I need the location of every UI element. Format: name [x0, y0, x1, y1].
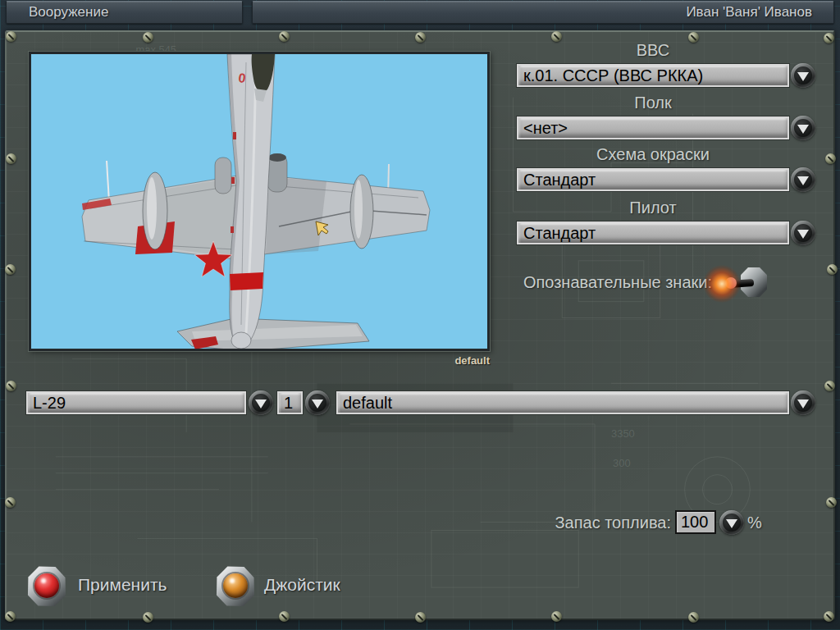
joystick-label: Джойстик	[264, 575, 340, 595]
screw-icon	[825, 153, 836, 164]
screw-icon	[415, 32, 426, 43]
fuel-input[interactable]: 100	[675, 510, 716, 534]
screw-icon	[551, 611, 562, 622]
screw-icon	[415, 612, 426, 623]
screw-icon	[826, 497, 837, 508]
chevron-down-icon	[726, 519, 737, 528]
screen-title: Вооружение	[29, 4, 108, 20]
aircraft-select[interactable]: L-29	[26, 391, 246, 414]
screw-icon	[824, 381, 835, 391]
regiment-dropdown-button[interactable]	[791, 116, 815, 140]
chevron-down-icon	[797, 72, 809, 81]
screw-icon	[279, 31, 290, 42]
screw-icon	[688, 612, 699, 623]
screw-icon	[5, 497, 16, 508]
air-force-label: ВВС	[517, 41, 789, 60]
screw-icon	[827, 264, 838, 275]
fuel-unit: %	[747, 514, 762, 532]
screw-icon	[143, 32, 153, 43]
skin-caption: default	[328, 354, 490, 367]
pilot-select[interactable]: Стандарт	[517, 221, 789, 244]
screw-icon	[143, 612, 153, 623]
texture-mark: 300	[613, 457, 631, 469]
screw-icon	[6, 153, 16, 164]
skin-select[interactable]: default	[336, 391, 789, 414]
amber-button-icon	[223, 573, 248, 598]
regiment-select[interactable]: <нет>	[517, 116, 789, 139]
button-highlight	[41, 578, 46, 583]
pilot-dropdown-button[interactable]	[791, 221, 815, 245]
screw-icon	[5, 264, 16, 275]
player-name: Иван 'Ваня' Иванов	[686, 4, 812, 20]
air-force-select[interactable]: к.01. СССР (ВВС РККА)	[517, 64, 789, 87]
apply-label: Применить	[78, 575, 167, 595]
paint-scheme-label: Схема окраски	[517, 145, 789, 164]
screen-title-tab: Вооружение	[6, 1, 243, 24]
skin-dropdown-button[interactable]	[791, 390, 815, 415]
fuel-label: Запас топлива:	[517, 514, 671, 532]
screw-icon	[6, 31, 16, 42]
screw-icon	[279, 611, 290, 622]
texture-mark: 3350	[611, 427, 635, 440]
chevron-down-icon	[797, 125, 809, 134]
player-name-bar: Иван 'Ваня' Иванов	[252, 1, 834, 24]
markings-toggle[interactable]	[701, 262, 771, 308]
count-select[interactable]: 1	[277, 391, 303, 414]
aircraft-dropdown-button[interactable]	[249, 390, 273, 415]
chevron-down-icon	[797, 176, 809, 185]
screw-icon	[824, 33, 834, 43]
regiment-label: Полк	[517, 94, 789, 112]
red-button-icon	[34, 573, 59, 598]
count-dropdown-button[interactable]	[305, 390, 330, 415]
aircraft-preview[interactable]: 0	[29, 52, 490, 351]
button-highlight	[230, 578, 235, 583]
armament-screen: Вооружение Иван 'Ваня' Иванов	[0, 0, 840, 630]
paint-scheme-dropdown-button[interactable]	[791, 167, 815, 192]
markings-label: Опознавательные знаки:	[517, 273, 712, 292]
joystick-button[interactable]	[216, 566, 255, 607]
apply-button[interactable]	[27, 566, 66, 607]
indicator-glow-icon	[703, 265, 741, 303]
air-force-dropdown-button[interactable]	[791, 63, 815, 88]
chevron-down-icon	[255, 399, 267, 409]
screw-icon	[824, 611, 834, 622]
screw-icon	[6, 381, 16, 391]
aircraft-preview-render: 0	[31, 54, 487, 349]
screw-icon	[5, 611, 16, 622]
paint-scheme-select[interactable]: Стандарт	[517, 168, 789, 191]
chevron-down-icon	[797, 230, 809, 239]
chevron-down-icon	[312, 399, 323, 409]
pilot-label: Пилот	[517, 199, 789, 217]
chevron-down-icon	[797, 399, 809, 409]
fuel-dropdown-button[interactable]	[719, 510, 744, 535]
